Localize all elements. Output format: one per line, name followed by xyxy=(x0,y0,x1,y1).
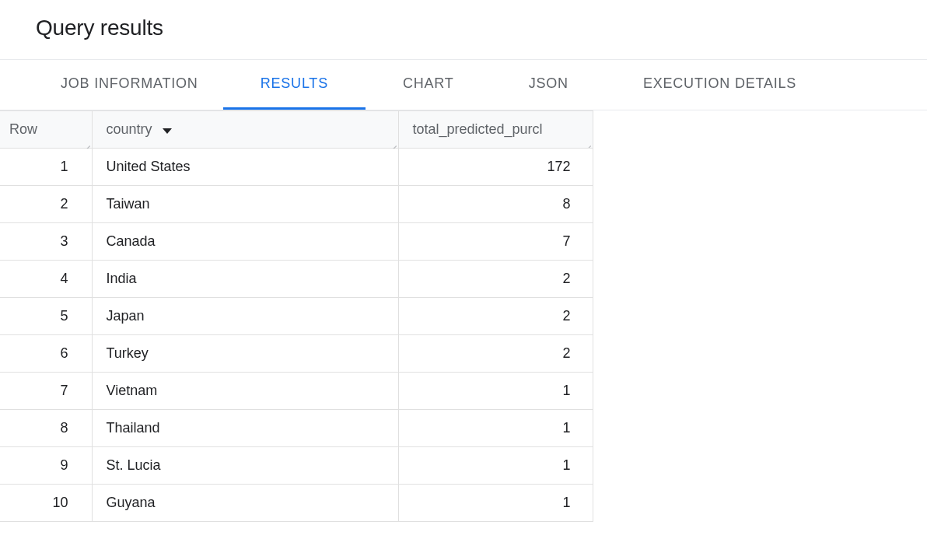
tab-job-information[interactable]: JOB INFORMATION xyxy=(36,60,223,110)
cell-predicted: 2 xyxy=(398,298,593,335)
page-title: Query results xyxy=(36,16,891,40)
cell-row-number: 4 xyxy=(0,261,92,298)
cell-row-number: 3 xyxy=(0,223,92,261)
cell-predicted: 7 xyxy=(398,223,593,261)
cell-predicted: 1 xyxy=(398,447,593,485)
cell-country: Vietnam xyxy=(92,373,398,410)
table-row[interactable]: 5Japan2 xyxy=(0,298,593,335)
cell-predicted: 1 xyxy=(398,485,593,522)
resize-handle[interactable] xyxy=(389,138,397,146)
column-header-label: country xyxy=(107,121,152,137)
table-row[interactable]: 10Guyana1 xyxy=(0,485,593,522)
cell-predicted: 172 xyxy=(398,149,593,186)
cell-predicted: 2 xyxy=(398,261,593,298)
table-row[interactable]: 3Canada7 xyxy=(0,223,593,261)
tabs-bar: JOB INFORMATION RESULTS CHART JSON EXECU… xyxy=(0,60,927,110)
table-row[interactable]: 9St. Lucia1 xyxy=(0,447,593,485)
tab-json[interactable]: JSON xyxy=(491,60,606,110)
cell-row-number: 2 xyxy=(0,186,92,223)
cell-row-number: 8 xyxy=(0,410,92,447)
cell-predicted: 1 xyxy=(398,410,593,447)
tab-results[interactable]: RESULTS xyxy=(223,60,366,110)
table-row[interactable]: 4India2 xyxy=(0,261,593,298)
cell-country: Guyana xyxy=(92,485,398,522)
cell-country: India xyxy=(92,261,398,298)
table-row[interactable]: 6Turkey2 xyxy=(0,335,593,373)
column-header-predicted[interactable]: total_predicted_purcl xyxy=(398,111,593,149)
column-header-country[interactable]: country xyxy=(92,111,398,149)
tab-execution-details[interactable]: EXECUTION DETAILS xyxy=(606,60,834,110)
table-row[interactable]: 8Thailand1 xyxy=(0,410,593,447)
cell-country: St. Lucia xyxy=(92,447,398,485)
table-header-row: Row country total_predicted_purcl xyxy=(0,111,593,149)
results-table: Row country total_predicted_purcl xyxy=(0,110,593,522)
cell-country: Canada xyxy=(92,223,398,261)
table-row[interactable]: 1United States172 xyxy=(0,149,593,186)
cell-row-number: 9 xyxy=(0,447,92,485)
cell-country: Turkey xyxy=(92,335,398,373)
table-row[interactable]: 2Taiwan8 xyxy=(0,186,593,223)
cell-country: United States xyxy=(92,149,398,186)
cell-row-number: 10 xyxy=(0,485,92,522)
resize-handle[interactable] xyxy=(583,138,591,146)
cell-row-number: 6 xyxy=(0,335,92,373)
cell-row-number: 7 xyxy=(0,373,92,410)
sort-descending-icon[interactable] xyxy=(163,121,172,138)
cell-predicted: 8 xyxy=(398,186,593,223)
resize-handle[interactable] xyxy=(82,138,90,146)
cell-country: Taiwan xyxy=(92,186,398,223)
cell-row-number: 1 xyxy=(0,149,92,186)
tab-chart[interactable]: CHART xyxy=(366,60,491,110)
cell-predicted: 2 xyxy=(398,335,593,373)
column-header-label: total_predicted_purcl xyxy=(413,121,543,137)
cell-country: Japan xyxy=(92,298,398,335)
cell-predicted: 1 xyxy=(398,373,593,410)
cell-country: Thailand xyxy=(92,410,398,447)
cell-row-number: 5 xyxy=(0,298,92,335)
table-row[interactable]: 7Vietnam1 xyxy=(0,373,593,410)
column-header-label: Row xyxy=(9,121,37,137)
column-header-row[interactable]: Row xyxy=(0,111,92,149)
